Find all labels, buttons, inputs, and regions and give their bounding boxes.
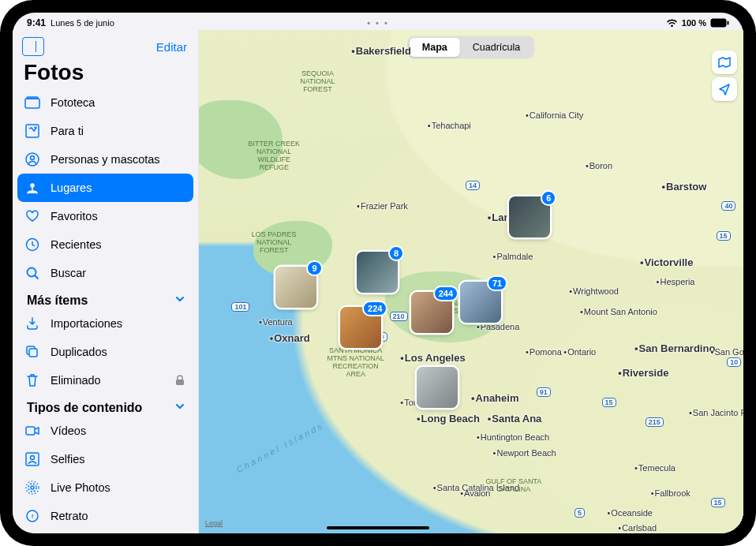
sidebar-item-selfies[interactable]: Selfies [17, 445, 193, 473]
app-title: Fotos [13, 60, 198, 88]
sidebar-item-library[interactable]: Fototeca [17, 88, 193, 117]
map-legal-link[interactable]: Legal [205, 519, 223, 527]
park-label: SEQUOIA NATIONAL FOREST [286, 70, 349, 94]
library-icon [24, 94, 41, 111]
sidebar-item-for-you[interactable]: Para ti [17, 117, 193, 145]
section-title: Más ítems [27, 294, 88, 308]
sidebar-item-label: Retrato [51, 510, 187, 522]
city-label: Pomona [526, 347, 562, 357]
chevron-down-icon [174, 401, 185, 415]
battery-percent: 100 % [682, 18, 706, 28]
sidebar-item-search[interactable]: Buscar [17, 259, 193, 287]
photo-cluster[interactable]: 6 [509, 196, 550, 237]
park-label: LOS PADRES NATIONAL FOREST [242, 231, 305, 255]
city-label: Huntington Beach [477, 432, 549, 442]
svg-text:f: f [32, 513, 34, 520]
sidebar-toggle-icon [30, 41, 36, 52]
city-label: Santa Ana [488, 413, 542, 424]
section-title: Tipos de contenido [27, 401, 142, 415]
city-label: Riverside [618, 367, 668, 379]
city-label: Temecula [634, 463, 676, 473]
sidebar-item-places[interactable]: Lugares [17, 174, 193, 202]
svg-rect-1 [728, 21, 729, 25]
sidebar-nav: Fototeca Para ti Personas y mascotas Lug… [13, 88, 198, 533]
sidebar-item-live[interactable]: Live Photos [17, 473, 193, 502]
sidebar-item-deleted[interactable]: Eliminado [17, 366, 193, 395]
map-style-button[interactable] [712, 50, 737, 74]
road-shield: 15 [711, 498, 725, 507]
city-label: San Jacinto Peak ▲ [689, 408, 743, 417]
city-label: California City [526, 110, 583, 120]
photo-cluster[interactable]: 9 [275, 267, 316, 308]
status-bar: 9:41 Lunes 5 de junio • • • 100 % [13, 13, 743, 30]
photo-cluster[interactable]: 71 [460, 282, 501, 323]
video-icon [24, 422, 41, 439]
photo-cluster[interactable]: 244 [411, 292, 452, 333]
city-label: Anaheim [471, 392, 518, 404]
home-indicator[interactable] [327, 526, 429, 529]
import-icon [24, 315, 41, 332]
multitask-dots-icon[interactable]: • • • [367, 18, 389, 28]
city-label: Oceanside [608, 508, 653, 518]
road-shield: 40 [721, 201, 735, 211]
sidebar-item-label: Live Photos [51, 481, 187, 494]
status-time: 9:41 [27, 17, 46, 28]
sidebar-item-label: Selfies [51, 453, 187, 466]
cluster-count-badge: 6 [541, 190, 556, 206]
sidebar-item-duplicates[interactable]: Duplicados [17, 338, 193, 366]
sidebar-item-label: Fototeca [51, 96, 187, 109]
battery-icon [710, 18, 729, 28]
sidebar-item-label: Lugares [51, 181, 187, 194]
wifi-icon [666, 19, 678, 28]
photo-cluster[interactable] [417, 367, 458, 408]
segment-grid[interactable]: Cuadrícula [460, 38, 533, 57]
sidebar-item-portrait[interactable]: f Retrato [17, 502, 193, 530]
sidebar-item-label: Eliminado [51, 374, 163, 387]
map-locate-button[interactable] [712, 77, 737, 101]
places-icon [24, 179, 41, 196]
sidebar-item-label: Favoritos [51, 210, 187, 223]
people-icon [24, 151, 41, 168]
edit-button[interactable]: Editar [156, 40, 187, 54]
road-shield: 5 [574, 508, 585, 518]
svg-point-5 [35, 127, 36, 129]
city-label: Wrightwood [569, 286, 619, 296]
sidebar-item-imports[interactable]: Importaciones [17, 309, 193, 338]
road-shield: 91 [537, 387, 551, 397]
sidebar-item-recents[interactable]: Recientes [17, 230, 193, 259]
status-date: Lunes 5 de junio [51, 18, 114, 28]
view-segmented-control[interactable]: Mapa Cuadrícula [408, 36, 534, 58]
svg-rect-12 [176, 380, 184, 385]
road-shield: 14 [466, 181, 480, 190]
photo-cluster[interactable]: 224 [340, 307, 381, 348]
svg-point-15 [31, 456, 35, 460]
park-label: BITTER CREEK NATIONAL WILDLIFE REFUGE [242, 140, 305, 172]
city-label: Hesperia [657, 277, 695, 286]
sidebar-item-people[interactable]: Personas y mascotas [17, 145, 193, 174]
svg-rect-13 [26, 427, 35, 435]
sidebar-item-label: Duplicados [51, 346, 187, 358]
sidebar-item-label: Importaciones [51, 317, 187, 330]
sidebar-item-label: Para ti [51, 125, 187, 137]
section-content-types[interactable]: Tipos de contenido [17, 395, 193, 417]
segment-map[interactable]: Mapa [410, 38, 460, 57]
svg-point-16 [31, 486, 34, 489]
svg-point-17 [28, 484, 36, 492]
city-label: Ventura [259, 317, 293, 327]
city-label: San Gorgonio Mountain [711, 347, 743, 357]
sidebar-item-label: Buscar [51, 267, 187, 279]
sidebar-item-favorites[interactable]: Favoritos [17, 202, 193, 230]
city-label: Barstow [662, 181, 707, 193]
svg-point-10 [28, 268, 36, 277]
road-shield: 210 [390, 312, 408, 321]
map-view[interactable]: Mapa Cuadrícula BakersfieldTehachapiCali… [199, 30, 743, 533]
sidebar-toggle-button[interactable] [22, 37, 44, 56]
city-label: Carlsbad [618, 523, 657, 533]
road-shield: 10 [727, 357, 741, 367]
sidebar-item-videos[interactable]: Vídeos [17, 417, 193, 445]
park-label: SANTA MONICA MTNS NATIONAL RECREATION AR… [324, 347, 387, 379]
ipad-frame: 9:41 Lunes 5 de junio • • • 100 % [0, 0, 756, 546]
section-more-items[interactable]: Más ítems [17, 287, 193, 309]
photo-cluster[interactable]: 8 [357, 252, 398, 293]
cluster-count-badge: 9 [306, 260, 322, 276]
